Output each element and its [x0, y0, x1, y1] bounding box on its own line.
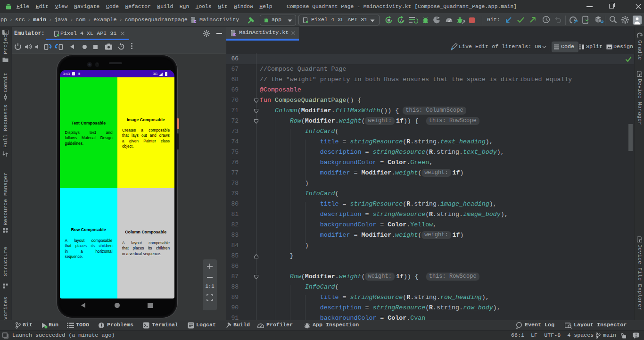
- svg-text:A: A: [400, 18, 403, 23]
